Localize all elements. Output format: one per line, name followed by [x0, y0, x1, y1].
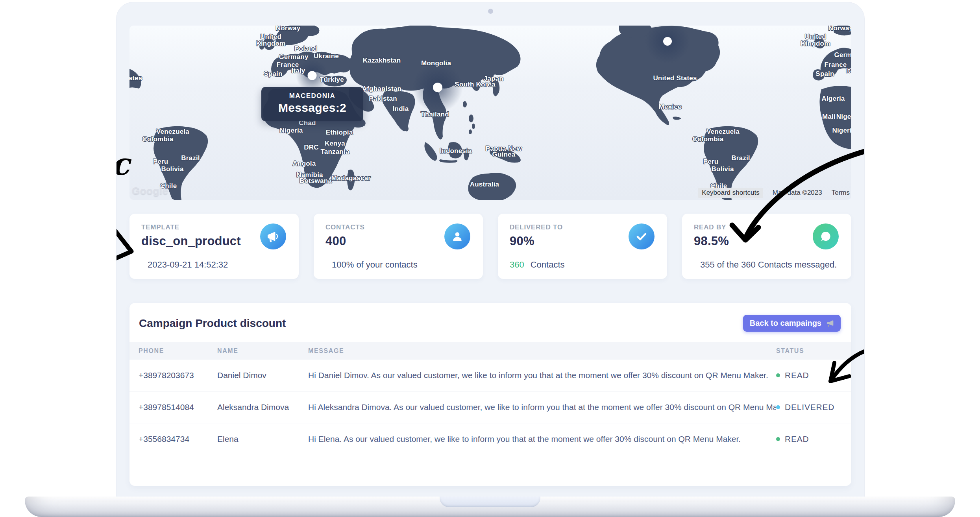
- megaphone-icon: [266, 230, 280, 243]
- laptop-base-notch: [440, 497, 540, 507]
- campaign-header: Campaign Product discount Back to campai…: [129, 303, 851, 342]
- world-map[interactable]: NorwayUnitedKingdomPolandGermanyUkraineF…: [129, 26, 851, 200]
- map-country-label: Poland: [294, 45, 317, 52]
- map-country-label: Kazakhstan: [363, 57, 401, 64]
- map-attribution: Keyboard shortcuts Map data ©2023 Terms: [698, 188, 850, 198]
- map-country-label: Japan: [484, 75, 503, 82]
- chat-bubble-icon: [819, 230, 832, 243]
- cell-message: Hi Elena. As our valued customer, we lik…: [308, 434, 776, 444]
- megaphone-emoji-icon: [825, 319, 834, 328]
- map-country-label: Mongolia: [421, 59, 451, 67]
- tooltip-country: MACEDONIA: [261, 92, 363, 100]
- map-marker-thailand[interactable]: [433, 83, 442, 92]
- status-dot-icon: [776, 373, 780, 377]
- cell-phone: +38978203673: [139, 371, 217, 380]
- cell-message: Hi Daniel Dimov. As our valued customer,…: [308, 371, 776, 380]
- map-country-label: Mexico: [659, 103, 682, 111]
- back-to-campaigns-button[interactable]: Back to campaings: [743, 315, 841, 332]
- map-country-label: Afghanistan: [362, 85, 401, 92]
- map-country-label: Colombia: [692, 135, 723, 143]
- map-country-label: Bolivia: [161, 165, 183, 173]
- column-phone: PHONE: [139, 347, 217, 355]
- stat-card-subtext: 360Contacts: [510, 260, 565, 270]
- map-country-label: Madagascar: [331, 174, 371, 182]
- stat-card: READ BY 98.5% 355 of the 360 Contacts me…: [682, 214, 851, 279]
- map-country-label: United States: [653, 74, 697, 82]
- map-country-label: Pakistan: [369, 95, 397, 102]
- back-button-label: Back to campaings: [750, 319, 821, 328]
- map-country-label: Germany: [279, 53, 308, 61]
- map-country-label: tates: [129, 74, 142, 82]
- map-country-label: Italy: [846, 67, 851, 74]
- map-country-label: Kingdom: [256, 40, 285, 47]
- keyboard-shortcuts-link[interactable]: Keyboard shortcuts: [698, 188, 763, 198]
- stat-card-icon-circle: [629, 223, 655, 249]
- cell-message: Hi Aleksandra Dimova. As our valued cust…: [308, 403, 776, 412]
- status-dot-icon: [776, 405, 780, 409]
- cell-phone: +38978514084: [139, 403, 217, 412]
- map-country-label: Norway: [276, 26, 301, 32]
- map-country-label: Ukraine: [314, 52, 339, 60]
- stat-card-accent: 360: [510, 260, 524, 270]
- map-country-label: Brazil: [731, 154, 750, 162]
- map-country-label: Kenya: [325, 140, 345, 147]
- stat-card: DELIVERED TO 90% 360Contacts: [498, 214, 667, 279]
- continents: [129, 26, 851, 200]
- map-canvas: NorwayUnitedKingdomPolandGermanyUkraineF…: [129, 26, 851, 200]
- map-country-label: Spain: [815, 70, 834, 78]
- map-country-label: Venezuela: [706, 128, 740, 135]
- map-country-label: Norway: [828, 26, 851, 32]
- map-country-label: Tanzania: [320, 148, 349, 155]
- google-watermark: Google: [132, 185, 168, 197]
- map-country-label: Germany: [834, 51, 851, 59]
- cell-phone: +3556834734: [139, 434, 217, 444]
- map-country-label: Niger: [836, 113, 851, 120]
- map-tooltip: MACEDONIA Messages:2: [261, 87, 363, 121]
- map-country-label: Spain: [264, 70, 282, 78]
- map-country-label: Peru: [153, 158, 168, 165]
- column-name: NAME: [217, 347, 308, 355]
- map-country-label: Indonesia: [440, 147, 472, 155]
- stat-card-icon-circle: [444, 223, 470, 249]
- campaign-panel: Campaign Product discount Back to campai…: [129, 303, 851, 486]
- status-badge: READ: [776, 371, 851, 380]
- status-dot-icon: [776, 437, 780, 441]
- table-header: PHONE NAME MESSAGE STATUS: [129, 342, 851, 360]
- terms-link[interactable]: Terms: [832, 189, 850, 197]
- map-marker-macedonia[interactable]: [308, 71, 317, 80]
- tooltip-messages: Messages:2: [261, 101, 363, 114]
- map-country-label: Australia: [470, 181, 499, 188]
- map-country-label: Algeria: [821, 95, 845, 102]
- stat-card-subtext: 2023-09-21 14:52:32: [141, 260, 228, 270]
- map-country-label: Colombia: [142, 135, 173, 143]
- map-country-label: Bolivia: [711, 165, 734, 173]
- map-country-label: France: [825, 61, 847, 68]
- table-row: +3556834734 Elena Hi Elena. As our value…: [129, 423, 851, 455]
- stat-card-icon-circle: [260, 223, 286, 249]
- page: NorwayUnitedKingdomPolandGermanyUkraineF…: [0, 0, 980, 517]
- cell-name: Aleksandra Dimova: [217, 403, 308, 412]
- map-country-label: Nigeria: [832, 127, 851, 134]
- map-country-label: Mali: [822, 113, 836, 120]
- table-row: +38978203673 Daniel Dimov Hi Daniel Dimo…: [129, 360, 851, 391]
- stat-card-subtext: 100% of your contacts: [325, 260, 418, 270]
- table-row: +38978514084 Aleksandra Dimova Hi Aleksa…: [129, 391, 851, 423]
- map-country-label: Thailand: [421, 111, 449, 118]
- map-country-label: Peru: [703, 158, 719, 165]
- cell-name: Elena: [217, 434, 308, 444]
- map-data-label[interactable]: Map data ©2023: [773, 189, 822, 197]
- status-badge: READ: [776, 434, 851, 444]
- map-country-label: Guinea: [492, 151, 516, 158]
- check-icon: [635, 230, 648, 243]
- stat-card-subtext: 355 of the 360 Contacts messaged.: [694, 260, 837, 270]
- map-country-label: Kingdom: [801, 40, 830, 47]
- stat-card: TEMPLATE disc_on_product 2023-09-21 14:5…: [129, 214, 299, 279]
- map-country-label: Brazil: [181, 154, 200, 162]
- stat-cards-row: TEMPLATE disc_on_product 2023-09-21 14:5…: [129, 214, 851, 279]
- map-country-label: Türkiye: [320, 76, 344, 83]
- map-country-label: Nigeria: [279, 127, 303, 134]
- map-country-label: Ethiopia: [326, 129, 353, 136]
- map-marker-canada[interactable]: [663, 37, 672, 46]
- laptop-screen: NorwayUnitedKingdomPolandGermanyUkraineF…: [116, 2, 864, 497]
- map-country-label: Botswana: [300, 177, 332, 185]
